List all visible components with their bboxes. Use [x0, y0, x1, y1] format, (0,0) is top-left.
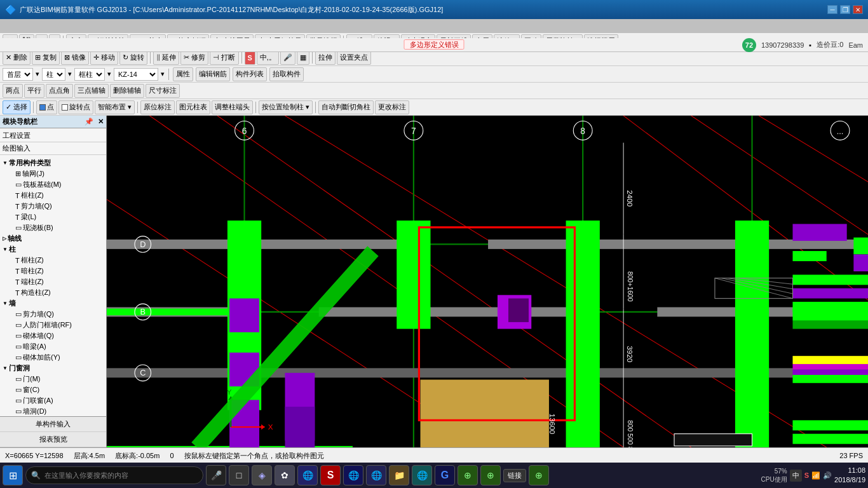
mid-button[interactable]: 中,。: [257, 51, 279, 65]
tree-item-window[interactable]: ▭ 窗(C): [8, 384, 106, 395]
canvas-area[interactable]: 6 7 8 ... D B C 2400 800+1600: [107, 116, 868, 447]
extend-button[interactable]: ‖ 延伸: [153, 51, 179, 65]
taskbar-app-plus1[interactable]: ⊕: [458, 465, 478, 485]
auto-cut-button[interactable]: 自动判斷切角柱: [318, 100, 374, 114]
minimize-button[interactable]: ─: [827, 5, 837, 14]
sep3: [150, 52, 151, 64]
report-preview-button[interactable]: 报表预览: [0, 432, 106, 447]
parallel-button[interactable]: 平行: [24, 84, 44, 98]
tree-group-col[interactable]: ▼ 柱: [0, 244, 106, 255]
tree-item-dz[interactable]: T 端柱(Z): [8, 276, 106, 287]
dot-angle-button[interactable]: 点点角: [46, 84, 73, 98]
tree-group-door[interactable]: ▼ 门窗洞: [0, 363, 106, 374]
restore-button[interactable]: ❐: [840, 5, 850, 14]
tree-item-jlq[interactable]: ▭ 剪力墙(Q): [8, 309, 106, 320]
taskbar-app-ie4[interactable]: 🌐: [412, 465, 432, 485]
error-notification[interactable]: 多边形定义错误: [404, 40, 465, 50]
taskbar-app-s[interactable]: S: [320, 465, 341, 485]
svg-text:...: ...: [837, 126, 844, 136]
taskbar-app-3[interactable]: ✿: [275, 465, 295, 485]
smart-layout-button[interactable]: 智能布置 ▾: [95, 100, 135, 114]
draw-input[interactable]: 绘图输入: [0, 142, 106, 155]
break-button[interactable]: ⊣ 打断: [210, 51, 238, 65]
sound-icon: 🔊: [823, 471, 832, 480]
copy-button[interactable]: ⊞ 复制: [32, 51, 60, 65]
rotate-button[interactable]: ↻ 旋转: [119, 51, 147, 65]
properties-button[interactable]: 属性: [173, 67, 193, 81]
close-icon[interactable]: ✕: [98, 118, 104, 125]
rotate-point-check[interactable]: 旋转点: [58, 100, 93, 114]
element-list-button[interactable]: 构件列表: [233, 67, 267, 81]
tree-item-qt[interactable]: ▭ 砌体墙(Q): [8, 330, 106, 341]
ime-zh[interactable]: 中: [790, 470, 802, 482]
tree-item-wd[interactable]: ▭ 墙洞(D): [8, 406, 106, 416]
svg-rect-36: [792, 224, 846, 241]
pick-button[interactable]: 抬取构件: [269, 67, 304, 81]
origin-note-button[interactable]: 原位标注: [140, 100, 175, 114]
single-input-button[interactable]: 单构件输入: [0, 417, 106, 432]
mirror-button[interactable]: ⊠ 镜像: [61, 51, 89, 65]
dim-note-button[interactable]: 尺寸标注: [146, 84, 180, 98]
tree-item-qtjj[interactable]: ▭ 砌体加筋(Y): [8, 352, 106, 363]
search-bar[interactable]: 🔍 在这里输入你要搜索的内容: [25, 466, 203, 484]
tree-group-common[interactable]: ▼ 常用构件类型: [0, 158, 106, 168]
edit-rebar-button[interactable]: 编辑钢筋: [196, 67, 230, 81]
svg-rect-25: [397, 220, 430, 329]
tree-item-gz[interactable]: T 构造柱(Z): [8, 287, 106, 298]
delete-button[interactable]: ✕ 删除: [3, 51, 31, 65]
project-settings[interactable]: 工程设置: [0, 130, 106, 142]
tree-item-slab[interactable]: ▭ 现浇板(B): [8, 222, 106, 233]
start-button[interactable]: ⊞: [3, 465, 23, 485]
trim-button[interactable]: ✂ 修剪: [180, 51, 208, 65]
type1-select[interactable]: 柱: [42, 68, 65, 81]
change-note-button[interactable]: 更改标注: [375, 100, 409, 114]
point-check[interactable]: 点: [36, 100, 57, 114]
taskbar-app-g[interactable]: G: [435, 465, 455, 485]
ime-s[interactable]: S: [804, 471, 809, 479]
close-button[interactable]: ✕: [853, 5, 863, 14]
set-grip-button[interactable]: 设置夹点: [337, 51, 371, 65]
taskbar-app-ie2[interactable]: 🌐: [343, 465, 363, 485]
move-button[interactable]: ✛ 移动: [90, 51, 118, 65]
tree-item-beam[interactable]: T 梁(L): [8, 212, 106, 222]
element-table-button[interactable]: 图元柱表: [176, 100, 210, 114]
stretch-button[interactable]: 拉伸: [315, 51, 336, 65]
tree-item-al[interactable]: ▭ 暗梁(A): [8, 341, 106, 352]
taskbar-app-1[interactable]: □: [229, 465, 249, 485]
tree-group-wall[interactable]: ▼ 墙: [0, 298, 106, 309]
del-aux-button[interactable]: 删除辅轴: [110, 84, 144, 98]
link-button[interactable]: 链接: [503, 469, 526, 482]
draw-by-pos-button[interactable]: 按位置绘制柱 ▾: [259, 100, 313, 114]
tree-item-az[interactable]: T 暗柱(Z): [8, 266, 106, 276]
two-point-button[interactable]: 两点: [3, 84, 23, 98]
s-button[interactable]: S: [245, 51, 255, 65]
taskbar-app-folder[interactable]: 📁: [389, 465, 409, 485]
mic-button[interactable]: 🎤: [206, 465, 226, 485]
taskbar-app-2[interactable]: ◈: [252, 465, 272, 485]
tree-item-axis[interactable]: ⊞ 轴网(J): [8, 168, 106, 179]
type2-select[interactable]: 框柱: [74, 68, 105, 81]
element-select[interactable]: KZ-14: [114, 68, 158, 81]
mic-button[interactable]: 🎤: [280, 51, 295, 65]
taskbar-app-plus2[interactable]: ⊕: [480, 465, 501, 485]
select-button[interactable]: ✓ 选择: [3, 100, 31, 114]
taskbar-app-plus3[interactable]: ⊕: [529, 465, 549, 485]
draw-toolbar: 两点 平行 点点角 三点辅轴 删除辅轴 尺寸标注: [0, 83, 868, 99]
grid-button[interactable]: ▦: [297, 51, 309, 65]
svg-text:6: 6: [242, 126, 247, 136]
taskbar-app-ie[interactable]: 🌐: [297, 465, 318, 485]
tree-item-dlc[interactable]: ▭ 门联窗(A): [8, 395, 106, 406]
floor-select[interactable]: 首层: [3, 68, 33, 81]
adjust-head-button[interactable]: 调整柱端头: [212, 100, 253, 114]
tree-item-raft[interactable]: ▭ 筏板基础(M): [8, 179, 106, 190]
three-point-aux-button[interactable]: 三点辅轴: [74, 84, 109, 98]
item-label: 端柱(Z): [21, 277, 44, 287]
tree-group-axis[interactable]: ▷ 轴线: [0, 233, 106, 244]
tree-item-frame-col[interactable]: T 框柱(Z): [8, 190, 106, 201]
tree-item-door[interactable]: ▭ 门(M): [8, 374, 106, 384]
pin-icon[interactable]: 📌: [85, 118, 93, 125]
tree-item-kz[interactable]: T 框柱(Z): [8, 255, 106, 266]
tree-item-rf[interactable]: ▭ 人防门框墙(RF): [8, 320, 106, 330]
taskbar-app-ie3[interactable]: 🌐: [366, 465, 386, 485]
tree-item-shear-wall[interactable]: T 剪力墙(Q): [8, 201, 106, 212]
